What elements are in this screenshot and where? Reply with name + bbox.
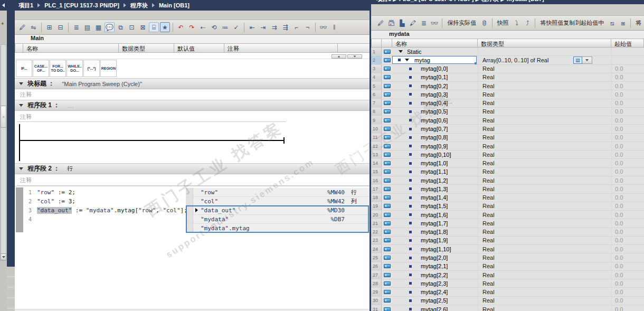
keep-actual-values-icon[interactable]: ▙	[397, 18, 407, 28]
operand-name[interactable]: "col"	[200, 198, 311, 205]
start-value-cell[interactable]: 0.0	[611, 297, 644, 305]
row-number[interactable]: 22	[371, 228, 382, 236]
datatype-cell[interactable]: Real	[478, 73, 611, 81]
db-row[interactable]: 14mytag[1,0]Real0.0	[371, 159, 644, 167]
goto-syntax-error-icon[interactable]: ⇠	[198, 22, 208, 32]
start-value-cell[interactable]: 0.0	[611, 194, 644, 202]
db-row[interactable]: 15mytag[1,1]Real0.0	[371, 168, 644, 176]
row-number[interactable]: 25	[371, 253, 382, 261]
collapse-arrow-icon[interactable]	[19, 82, 23, 85]
outdent-icon[interactable]: ⇤	[247, 22, 257, 32]
network-1-bar[interactable]: 程序段 1 ： ....	[15, 100, 371, 111]
row-number[interactable]: 28	[371, 279, 382, 287]
show-hidden-statements-icon[interactable]: ≔	[220, 22, 230, 32]
breadcrumb-item-main-ob1[interactable]: Main [OB1]	[159, 2, 190, 8]
name-cell[interactable]: mytag[2,5]	[392, 297, 478, 305]
keep-actual-values-button[interactable]: 保持实际值	[447, 19, 476, 27]
start-value-cell[interactable]: 0.0	[611, 176, 644, 184]
add-network-icon[interactable]: ▤	[82, 22, 92, 32]
row-number[interactable]: 26	[371, 262, 382, 270]
indent-icon[interactable]: ⇥	[258, 22, 268, 32]
datatype-cell[interactable]: Real	[478, 99, 611, 107]
row-number[interactable]: 11	[371, 134, 382, 142]
block-title-value[interactable]: "Main Program Sweep (Cycle)"	[62, 81, 141, 87]
datatype-cell[interactable]: Real	[478, 176, 611, 184]
db-row[interactable]: 4mytag[0,1]Real0.0	[371, 73, 644, 82]
db-row[interactable]: 7mytag[0,4]Real0.0	[371, 99, 644, 108]
db-row[interactable]: 12mytag[0,9]Real0.0	[371, 142, 644, 150]
datatype-cell[interactable]: Real	[478, 90, 611, 98]
name-cell[interactable]: mytag[0,10]	[392, 150, 478, 158]
row-number[interactable]: 18	[371, 194, 382, 202]
db-row[interactable]: 17mytag[1,3]Real0.0	[371, 185, 644, 193]
row-number[interactable]: 6	[371, 90, 382, 98]
header-datatype[interactable]: 数据类型	[478, 39, 611, 48]
name-cell[interactable]: mytag[0,4]	[392, 99, 478, 107]
snippet-while[interactable]: WHILE..DO...	[67, 60, 83, 77]
snippet-if[interactable]: IF...	[16, 60, 32, 77]
datatype-cell[interactable]: Real	[478, 65, 611, 73]
name-cell[interactable]: mytag[0,6]	[392, 116, 478, 124]
previous-error-icon[interactable]: ↶	[176, 22, 186, 32]
breadcrumb-item-plc[interactable]: PLC_1 [CPU 1517-3 PN/DP]	[44, 2, 119, 8]
start-value-cell[interactable]: 0.0	[611, 279, 644, 287]
datatype-cell[interactable]: Real	[478, 253, 611, 261]
row-number[interactable]: 10	[371, 125, 382, 133]
datatype-cell[interactable]: Real	[478, 108, 611, 116]
start-value-cell[interactable]: 0.0	[611, 142, 644, 150]
datatype-dropdown-button[interactable]	[582, 56, 592, 64]
row-number[interactable]: 17	[371, 185, 382, 193]
operand-row[interactable]: "row"%MW40行	[186, 188, 370, 197]
operand-name[interactable]: "mydata"	[200, 216, 311, 223]
scroll-down-button[interactable]	[1, 253, 6, 260]
breadcrumb-item-program-blocks[interactable]: 程序块	[130, 2, 148, 10]
network-2-title[interactable]: 行	[67, 165, 73, 173]
start-value-cell[interactable]: 0.0	[611, 108, 644, 116]
row-number[interactable]: 21	[371, 219, 382, 227]
network-2-bar[interactable]: 程序段 2 ： 行	[15, 163, 371, 174]
start-value-cell[interactable]: 0.0	[611, 65, 644, 73]
datatype-cell[interactable]	[478, 48, 611, 55]
favorites-toggle-icon[interactable]: ★	[160, 22, 170, 32]
expand-arrow-icon[interactable]	[399, 50, 403, 53]
row-number[interactable]: 27	[371, 271, 382, 279]
datatype-picker-button[interactable]: ▤	[573, 56, 582, 64]
start-value-cell[interactable]: 0.0	[611, 262, 644, 270]
start-value-cell[interactable]: 0.0	[611, 73, 644, 81]
datatype-cell[interactable]: Real	[478, 262, 611, 270]
name-cell[interactable]: mytag	[392, 56, 478, 64]
network-2-comment[interactable]: 注释	[15, 175, 371, 185]
db-row[interactable]: 24mytag[1,10]Real0.0	[371, 245, 644, 253]
datatype-cell[interactable]: Real	[478, 142, 611, 150]
db-row[interactable]: 18mytag[1,4]Real0.0	[371, 194, 644, 202]
header-comment[interactable]: 注释	[224, 43, 338, 53]
header-name[interactable]: 名称	[23, 43, 119, 53]
breadcrumb-item-project[interactable]: 项目1	[18, 2, 33, 10]
row-number[interactable]: 13	[371, 150, 382, 158]
datatype-cell[interactable]: Real	[478, 245, 611, 253]
collapse-interface-button[interactable]	[347, 54, 362, 59]
name-cell[interactable]: mytag[2,1]	[392, 262, 478, 270]
name-cell[interactable]: mytag[1,8]	[392, 228, 478, 236]
row-number[interactable]: 19	[371, 202, 382, 210]
retain-db-icon[interactable]: 🛢	[479, 18, 489, 28]
name-cell[interactable]: mytag[0,2]	[392, 82, 478, 90]
start-value-cell[interactable]: 0.0	[611, 134, 644, 142]
datatype-cell[interactable]: Real	[478, 297, 611, 305]
name-cell[interactable]: mytag[1,4]	[392, 194, 478, 202]
name-cell[interactable]: mytag[0,5]	[392, 108, 478, 116]
new-object-icon[interactable]: ✦	[1, 21, 5, 26]
datatype-cell[interactable]: Real	[478, 219, 611, 227]
db-row[interactable]: 27mytag[2,2]Real0.0	[371, 271, 644, 279]
start-value-cell[interactable]: 0.0	[611, 125, 644, 133]
datatype-cell[interactable]: Real	[478, 150, 611, 158]
insert-row-icon[interactable]: ⊞	[44, 22, 54, 32]
actual-to-snapshot-icon[interactable]: ⤴	[523, 18, 532, 28]
datatype-cell[interactable]: Real	[478, 168, 611, 176]
code-line[interactable]: 4	[23, 215, 186, 224]
consistency-check-icon[interactable]: ✓	[231, 22, 241, 32]
start-value-cell[interactable]: 0.0	[611, 288, 644, 296]
db-row[interactable]: 13mytag[0,10]Real0.0	[371, 150, 644, 159]
collapse-arrow-icon[interactable]	[19, 104, 23, 107]
reset-start-values-icon[interactable]: 🖍	[408, 18, 418, 28]
